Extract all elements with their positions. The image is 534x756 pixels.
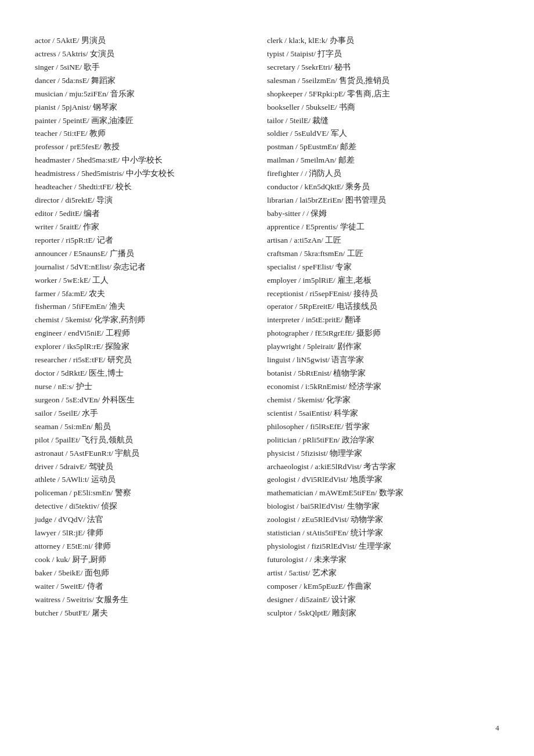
list-item: geologist / dVi5RlEdVist/ 地质学家 [267, 474, 499, 486]
list-item: linguist / liN5gwist/ 语言学家 [267, 354, 499, 366]
list-item: specialist / speFElist/ 专家 [267, 261, 499, 273]
list-item: attorney / E5tE:ni/ 律师 [35, 541, 267, 553]
list-item: photographer / fE5tRgrEfE/ 摄影师 [267, 327, 499, 340]
list-item: firefighter / / 消防人员 [267, 168, 499, 180]
list-item: headmaster / 5hed5ma:stE/ 中小学校长 [35, 154, 267, 167]
list-item: employer / im5plRiE/ 雇主,老板 [267, 275, 499, 287]
list-item: pilot / 5pailEt/ 飞行员,领航员 [35, 434, 267, 447]
list-item: baby-sitter / / 保姆 [267, 208, 499, 220]
list-item: politician / pRli5tiFEn/ 政治学家 [267, 434, 499, 447]
list-item: scientist / 5saiEntist/ 科学家 [267, 408, 499, 420]
list-item: explorer / iks5plR:rE/ 探险家 [35, 341, 267, 353]
list-item: designer / di5zainE/ 设计家 [267, 594, 499, 606]
list-item: professor / prE5fesE/ 教授 [35, 141, 267, 153]
list-item: statistician / stAtis5tiFEn/ 统计学家 [267, 527, 499, 539]
list-item: judge / dVQdV/ 法官 [35, 514, 267, 526]
list-item: actress / 5Aktris/ 女演员 [35, 48, 267, 60]
list-item: physiologist / fizi5RlEdVist/ 生理学家 [267, 541, 499, 553]
right-column: clerk / kla:k, klE:k/ 办事员typist / 5taipi… [267, 35, 499, 620]
list-item: musician / mju:5ziFEn/ 音乐家 [35, 88, 267, 100]
list-item: athlete / 5AWli:t/ 运动员 [35, 474, 267, 486]
list-item: researcher / ri5sE:tFE/ 研究员 [35, 354, 267, 366]
list-item: writer / 5raitE/ 作家 [35, 221, 267, 233]
list-item: seaman / 5si:mEn/ 船员 [35, 421, 267, 433]
list-item: salesman / 5seilzmEn/ 售货员,推销员 [267, 75, 499, 87]
list-item: headteacher / 5hedti:tFE/ 校长 [35, 181, 267, 193]
list-item: postman / 5pEustmEn/ 邮差 [267, 141, 499, 153]
list-item: surgeon / 5sE:dVEn/ 外科医生 [35, 394, 267, 406]
list-item: headmistress / 5hed5mistris/ 中小学女校长 [35, 168, 267, 180]
list-item: librarian / lai5brZEriEn/ 图书管理员 [267, 195, 499, 207]
list-item: fisherman / 5fiFEmEn/ 渔夫 [35, 301, 267, 313]
list-item: chemist / 5kemist/ 化学家,药剂师 [35, 314, 267, 326]
list-item: pianist / 5pjAnist/ 钢琴家 [35, 102, 267, 114]
list-item: singer / 5siNE/ 歌手 [35, 62, 267, 74]
list-item: journalist / 5dVE:nElist/ 杂志记者 [35, 261, 267, 273]
list-item: dancer / 5da:nsE/ 舞蹈家 [35, 75, 267, 87]
list-item: interpreter / in5tE:pritE/ 翻译 [267, 314, 499, 326]
list-item: clerk / kla:k, klE:k/ 办事员 [267, 35, 499, 47]
list-item: apprentice / E5prentis/ 学徒工 [267, 221, 499, 233]
list-item: driver / 5draivE/ 驾驶员 [35, 461, 267, 473]
list-item: worker / 5wE:kE/ 工人 [35, 275, 267, 287]
list-item: nurse / nE:s/ 护士 [35, 381, 267, 393]
list-item: botanist / 5bRtEnist/ 植物学家 [267, 368, 499, 380]
list-item: economist / i:5kRnEmist/ 经济学家 [267, 381, 499, 393]
list-item: zoologist / zEu5RlEdVist/ 动物学家 [267, 514, 499, 526]
list-item: doctor / 5dRktE/ 医生,博士 [35, 368, 267, 380]
list-item: baker / 5beikE/ 面包师 [35, 567, 267, 579]
list-item: painter / 5peintE/ 画家,油漆匠 [35, 115, 267, 127]
list-item: playwright / 5pleirait/ 剧作家 [267, 341, 499, 353]
list-item: actor / 5AktE/ 男演员 [35, 35, 267, 47]
list-item: reporter / ri5pR:tE/ 记者 [35, 235, 267, 247]
list-item: shopkeeper / 5FRpki:pE/ 零售商,店主 [267, 88, 499, 100]
list-item: butcher / 5butFE/ 屠夫 [35, 607, 267, 620]
list-item: bookseller / 5bukselE/ 书商 [267, 102, 499, 114]
list-item: craftsman / 5kra:ftsmEn/ 工匠 [267, 248, 499, 260]
list-item: mathematician / mAWEmE5tiFEn/ 数学家 [267, 487, 499, 499]
list-item: mailman / 5meilmAn/ 邮差 [267, 154, 499, 167]
list-item: waitress / 5weitris/ 女服务生 [35, 594, 267, 606]
list-item: lawyer / 5lR:jE/ 律师 [35, 527, 267, 539]
list-item: engineer / endVi5niE/ 工程师 [35, 327, 267, 340]
list-item: operator / 5RpEreitE/ 电话接线员 [267, 301, 499, 313]
list-item: astronaut / 5AstFEunR:t/ 宇航员 [35, 448, 267, 460]
list-item: soldier / 5sEuldVE/ 军人 [267, 128, 499, 140]
list-item: sailor / 5seilE/ 水手 [35, 408, 267, 420]
list-item: composer / kEm5pEuzE/ 作曲家 [267, 581, 499, 593]
list-item: announcer / E5naunsE/ 广播员 [35, 248, 267, 260]
list-item: artist / 5a:tist/ 艺术家 [267, 567, 499, 579]
main-content: actor / 5AktE/ 男演员actress / 5Aktris/ 女演员… [35, 35, 499, 620]
list-item: futurologist / / 未来学家 [267, 554, 499, 566]
list-item: typist / 5taipist/ 打字员 [267, 48, 499, 60]
list-item: detective / di5tektiv/ 侦探 [35, 501, 267, 513]
list-item: policeman / pE5li:smEn/ 警察 [35, 487, 267, 499]
page-number: 4 [496, 723, 500, 733]
list-item: conductor / kEn5dQktE/ 乘务员 [267, 181, 499, 193]
list-item: farmer / 5fa:mE/ 农夫 [35, 288, 267, 300]
list-item: philosopher / fi5lRsEfE/ 哲学家 [267, 421, 499, 433]
left-column: actor / 5AktE/ 男演员actress / 5Aktris/ 女演员… [35, 35, 267, 620]
list-item: chemist / 5kemist/ 化学家 [267, 394, 499, 406]
list-item: receptionist / ri5sepFEnist/ 接待员 [267, 288, 499, 300]
list-item: sculptor / 5skQlptE/ 雕刻家 [267, 607, 499, 620]
list-item: waiter / 5weitE/ 侍者 [35, 581, 267, 593]
list-item: director / di5rektE/ 导演 [35, 195, 267, 207]
list-item: archaeologist / a:kiE5lRdVist/ 考古学家 [267, 461, 499, 473]
list-item: teacher / 5ti:tFE/ 教师 [35, 128, 267, 140]
list-item: editor / 5editE/ 编者 [35, 208, 267, 220]
list-item: tailor / 5teilE/ 裁缝 [267, 115, 499, 127]
list-item: cook / kuk/ 厨子,厨师 [35, 554, 267, 566]
list-item: secretary / 5sekrEtri/ 秘书 [267, 62, 499, 74]
list-item: physicist / 5fizisist/ 物理学家 [267, 448, 499, 460]
list-item: biologist / bai5RlEdVist/ 生物学家 [267, 501, 499, 513]
list-item: artisan / a:ti5zAn/ 工匠 [267, 235, 499, 247]
